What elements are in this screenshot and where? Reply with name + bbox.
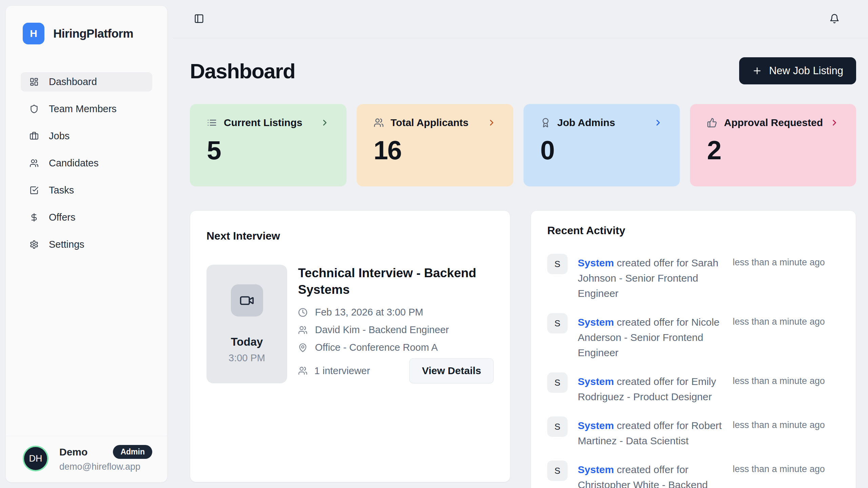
interview-time-label: 3:00 PM bbox=[229, 352, 265, 364]
role-badge: Admin bbox=[113, 445, 152, 459]
activity-timestamp: less than a minute ago bbox=[733, 416, 840, 448]
activity-list: S System created offer for Sarah Johnson… bbox=[547, 254, 840, 488]
sidebar-item-label: Settings bbox=[49, 239, 84, 250]
sidebar-item-candidates[interactable]: Candidates bbox=[21, 154, 152, 173]
stat-label: Total Applicants bbox=[391, 117, 469, 128]
brand: H HiringPlatform bbox=[6, 6, 167, 44]
activity-actor-link[interactable]: System bbox=[578, 464, 614, 475]
next-interview-heading: Next Interview bbox=[206, 230, 494, 242]
activity-item: S System created offer for Sarah Johnson… bbox=[547, 254, 840, 301]
users-icon bbox=[298, 325, 308, 335]
users-icon bbox=[374, 118, 384, 128]
sidebar-item-label: Tasks bbox=[49, 185, 74, 196]
clock-icon bbox=[298, 308, 308, 317]
sidebar-item-team-members[interactable]: Team Members bbox=[21, 99, 152, 119]
sidebar-item-label: Dashboard bbox=[49, 76, 97, 87]
stat-card-approval-requested[interactable]: Approval Requested 2 bbox=[690, 104, 856, 186]
stat-card-total-applicants[interactable]: Total Applicants 16 bbox=[357, 104, 513, 186]
activity-text: System created offer for Sarah Johnson -… bbox=[578, 254, 723, 301]
activity-timestamp: less than a minute ago bbox=[733, 372, 840, 404]
sidebar-item-jobs[interactable]: Jobs bbox=[21, 126, 152, 146]
dollar-icon bbox=[29, 213, 39, 222]
activity-avatar: S bbox=[547, 372, 568, 393]
sidebar-item-offers[interactable]: Offers bbox=[21, 208, 152, 227]
user-info: Demo Admin demo@hireflow.app bbox=[59, 445, 152, 472]
user-name: Demo bbox=[59, 446, 87, 458]
sidebar-nav: Dashboard Team Members Jobs Candidates T… bbox=[6, 72, 167, 254]
briefcase-icon bbox=[29, 131, 39, 141]
interview-day-tile: Today 3:00 PM bbox=[206, 265, 287, 383]
new-job-listing-button[interactable]: New Job Listing bbox=[739, 57, 856, 84]
view-details-button[interactable]: View Details bbox=[409, 358, 494, 383]
app-root: H HiringPlatform Dashboard Team Members … bbox=[0, 0, 868, 488]
new-job-listing-label: New Job Listing bbox=[769, 65, 843, 77]
users-icon bbox=[29, 159, 39, 168]
interview-datetime: Feb 13, 2026 at 3:00 PM bbox=[315, 307, 423, 318]
shield-icon bbox=[29, 104, 39, 114]
sidebar-item-tasks[interactable]: Tasks bbox=[21, 181, 152, 200]
user-section[interactable]: DH Demo Admin demo@hireflow.app bbox=[6, 436, 167, 482]
activity-actor-link[interactable]: System bbox=[578, 376, 614, 387]
activity-actor-link[interactable]: System bbox=[578, 317, 614, 328]
stat-value: 0 bbox=[540, 135, 663, 165]
activity-item: S System created offer for Robert Martin… bbox=[547, 416, 840, 448]
main-area: Dashboard New Job Listing Current Listin… bbox=[173, 0, 868, 488]
interview-day-label: Today bbox=[231, 336, 263, 348]
chevron-right-icon bbox=[487, 118, 496, 127]
activity-item: S System created offer for Nicole Anders… bbox=[547, 313, 840, 360]
video-camera-icon bbox=[231, 284, 263, 317]
sidebar-item-settings[interactable]: Settings bbox=[21, 235, 152, 254]
stat-label: Job Admins bbox=[557, 117, 615, 128]
brand-name: HiringPlatform bbox=[53, 27, 133, 40]
activity-timestamp: less than a minute ago bbox=[733, 254, 840, 301]
activity-avatar: S bbox=[547, 416, 568, 437]
stats-row: Current Listings 5 Total Applicants 16 bbox=[190, 104, 856, 186]
chevron-right-icon bbox=[320, 118, 330, 127]
plus-icon bbox=[752, 66, 762, 76]
activity-item: S System created offer for Emily Rodrigu… bbox=[547, 372, 840, 404]
stat-value: 2 bbox=[707, 135, 839, 165]
stat-label: Approval Requested bbox=[724, 117, 823, 128]
activity-text: System created offer for Nicole Anderson… bbox=[578, 313, 723, 360]
stat-value: 5 bbox=[207, 135, 330, 165]
stat-label: Current Listings bbox=[224, 117, 302, 128]
recent-activity-heading: Recent Activity bbox=[547, 224, 840, 237]
stat-card-current-listings[interactable]: Current Listings 5 bbox=[190, 104, 347, 186]
stat-card-job-admins[interactable]: Job Admins 0 bbox=[524, 104, 680, 186]
activity-avatar: S bbox=[547, 313, 568, 333]
interview-title: Technical Interview - Backend Systems bbox=[298, 265, 488, 298]
activity-avatar: S bbox=[547, 461, 568, 481]
activity-actor-link[interactable]: System bbox=[578, 257, 614, 268]
chevron-right-icon bbox=[830, 118, 839, 127]
topbar bbox=[173, 0, 868, 38]
stat-value: 16 bbox=[374, 135, 496, 165]
sidebar-item-dashboard[interactable]: Dashboard bbox=[21, 72, 152, 92]
page-title: Dashboard bbox=[190, 59, 295, 83]
sidebar-item-label: Jobs bbox=[49, 130, 70, 142]
recent-activity-card: Recent Activity S System created offer f… bbox=[531, 210, 856, 488]
activity-timestamp: less than a minute ago bbox=[733, 313, 840, 360]
list-icon bbox=[207, 118, 217, 128]
dashboard-grid-icon bbox=[29, 77, 39, 86]
thumbs-up-icon bbox=[707, 118, 717, 128]
award-icon bbox=[540, 118, 551, 128]
activity-timestamp: less than a minute ago bbox=[733, 461, 840, 488]
next-interview-card: Next Interview Today 3:00 PM Technical I… bbox=[190, 210, 510, 482]
interview-location: Office - Conference Room A bbox=[315, 342, 438, 353]
user-email: demo@hireflow.app bbox=[59, 462, 152, 472]
brand-logo: H bbox=[23, 23, 44, 44]
map-pin-icon bbox=[298, 343, 308, 352]
panel-left-icon bbox=[194, 14, 204, 25]
activity-avatar: S bbox=[547, 254, 568, 274]
activity-text: System created offer for Robert Martinez… bbox=[578, 416, 723, 448]
users-icon bbox=[298, 366, 308, 375]
sidebar-item-label: Team Members bbox=[49, 103, 117, 115]
sidebar-toggle-button[interactable] bbox=[192, 12, 206, 27]
sidebar-item-label: Offers bbox=[49, 212, 75, 223]
activity-text: System created offer for Christopher Whi… bbox=[578, 461, 723, 488]
dashboard-content: Dashboard New Job Listing Current Listin… bbox=[173, 38, 868, 488]
activity-actor-link[interactable]: System bbox=[578, 420, 614, 431]
bell-icon bbox=[829, 14, 840, 25]
notifications-button[interactable] bbox=[827, 12, 842, 27]
sidebar: H HiringPlatform Dashboard Team Members … bbox=[5, 5, 167, 483]
